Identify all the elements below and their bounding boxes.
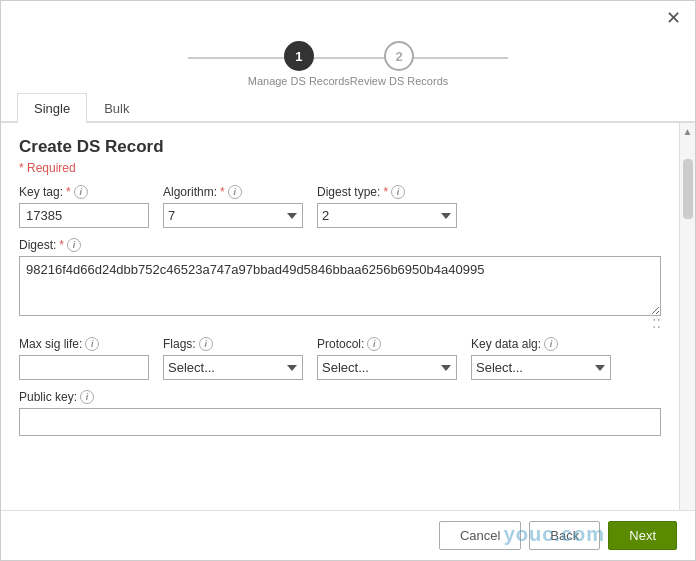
- step-label-1: Manage DS Records: [248, 75, 350, 87]
- stepper-item-1: 1 Manage DS Records: [248, 41, 350, 87]
- flags-info-icon[interactable]: i: [199, 337, 213, 351]
- max-sig-life-group: Max sig life: i: [19, 337, 149, 380]
- flags-group: Flags: i Select...: [163, 337, 303, 380]
- resize-indicator: ::: [19, 319, 661, 327]
- flags-label: Flags: i: [163, 337, 303, 351]
- digest-type-select[interactable]: 2: [317, 203, 457, 228]
- scrollbar: ▲: [679, 123, 695, 510]
- dialog: ✕ 1 Manage DS Records 2 Review DS Record…: [0, 0, 696, 561]
- algorithm-label: Algorithm: * i: [163, 185, 303, 199]
- digest-type-label: Digest type: * i: [317, 185, 457, 199]
- back-button[interactable]: Back: [529, 521, 600, 550]
- algorithm-group: Algorithm: * i 7: [163, 185, 303, 228]
- digest-input[interactable]: 98216f4d66d24dbb752c46523a747a97bbad49d5…: [19, 256, 661, 316]
- protocol-group: Protocol: i Select...: [317, 337, 457, 380]
- key-data-alg-select[interactable]: Select...: [471, 355, 611, 380]
- dialog-body: Create DS Record * Required Key tag: * i…: [1, 123, 695, 510]
- digest-group: Digest: * i 98216f4d66d24dbb752c46523a74…: [19, 238, 661, 327]
- digest-info-icon[interactable]: i: [67, 238, 81, 252]
- max-sig-life-label: Max sig life: i: [19, 337, 149, 351]
- public-key-label: Public key: i: [19, 390, 661, 404]
- required-note: * Required: [19, 161, 661, 175]
- key-data-alg-group: Key data alg: i Select...: [471, 337, 611, 380]
- scrollbar-up-arrow[interactable]: ▲: [680, 123, 695, 139]
- key-tag-info-icon[interactable]: i: [74, 185, 88, 199]
- step-label-2: Review DS Records: [350, 75, 448, 87]
- stepper-item-2: 2 Review DS Records: [350, 41, 448, 87]
- digest-type-info-icon[interactable]: i: [391, 185, 405, 199]
- dialog-header: ✕: [1, 1, 695, 31]
- flags-select[interactable]: Select...: [163, 355, 303, 380]
- form-content: Create DS Record * Required Key tag: * i…: [1, 123, 679, 510]
- digest-type-group: Digest type: * i 2: [317, 185, 457, 228]
- step-circle-1: 1: [284, 41, 314, 71]
- key-tag-label: Key tag: * i: [19, 185, 149, 199]
- max-sig-life-input[interactable]: [19, 355, 149, 380]
- protocol-select[interactable]: Select...: [317, 355, 457, 380]
- dialog-footer: Cancel Back Next: [1, 510, 695, 560]
- tab-single[interactable]: Single: [17, 93, 87, 123]
- key-data-alg-label: Key data alg: i: [471, 337, 611, 351]
- step-number-2: 2: [395, 49, 402, 64]
- public-key-info-icon[interactable]: i: [80, 390, 94, 404]
- step-number-1: 1: [295, 49, 302, 64]
- max-sig-life-info-icon[interactable]: i: [85, 337, 99, 351]
- protocol-label: Protocol: i: [317, 337, 457, 351]
- next-button[interactable]: Next: [608, 521, 677, 550]
- form-row-2: Max sig life: i Flags: i Select...: [19, 337, 661, 380]
- tab-bulk[interactable]: Bulk: [87, 93, 146, 123]
- tabs-bar: Single Bulk: [1, 93, 695, 123]
- protocol-info-icon[interactable]: i: [367, 337, 381, 351]
- key-tag-input[interactable]: [19, 203, 149, 228]
- algorithm-info-icon[interactable]: i: [228, 185, 242, 199]
- stepper: 1 Manage DS Records 2 Review DS Records: [1, 31, 695, 93]
- close-button[interactable]: ✕: [662, 9, 685, 27]
- public-key-input[interactable]: [19, 408, 661, 436]
- cancel-button[interactable]: Cancel: [439, 521, 521, 550]
- form-title: Create DS Record: [19, 137, 661, 157]
- digest-label: Digest: * i: [19, 238, 661, 252]
- step-circle-2: 2: [384, 41, 414, 71]
- public-key-group: Public key: i: [19, 390, 661, 436]
- form-row-1: Key tag: * i Algorithm: * i 7: [19, 185, 661, 228]
- scrollbar-thumb[interactable]: [683, 159, 693, 219]
- key-tag-group: Key tag: * i: [19, 185, 149, 228]
- key-data-alg-info-icon[interactable]: i: [544, 337, 558, 351]
- algorithm-select[interactable]: 7: [163, 203, 303, 228]
